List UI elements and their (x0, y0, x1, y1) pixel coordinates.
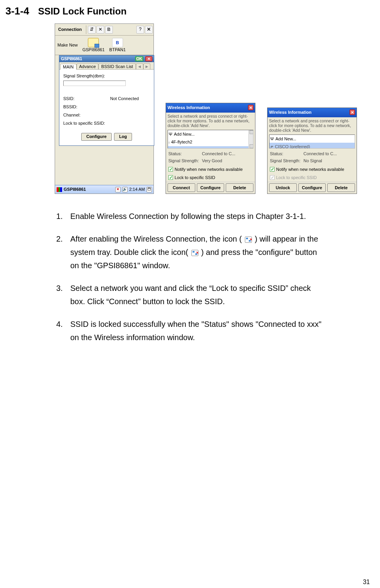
wi1-network-list[interactable]: ΨAdd New... ᵢ4F-flytech2 ዎCISCO (preferr… (168, 130, 253, 149)
wi1-item-fly[interactable]: 4F-flytech2 (171, 138, 192, 146)
connections-row: Make New GSPI86861 B BTPAN1 (55, 36, 153, 55)
wi1-notify-checkbox[interactable]: ✓Notify when new networks available (166, 165, 255, 174)
lockssid-key: Lock to specific SSID: (63, 121, 105, 126)
section-header: 3-1-4 SSID Lock Function (5, 2, 376, 20)
tab-main[interactable]: MAIN (60, 64, 77, 70)
popup-title: GSPI86861 (61, 56, 82, 61)
toolbar-title: Connection (56, 27, 84, 32)
wi1-sig-label: Signal Strength: (168, 157, 202, 165)
step-4-text: SSID is locked successfully when the "St… (70, 317, 328, 344)
wi1-connect-button[interactable]: Connect (168, 183, 195, 192)
wi1-configure-button[interactable]: Configure (197, 183, 225, 192)
popup-tabbar: MAIN Advance BSSID Scan List ◄ ► (59, 62, 154, 70)
wi1-hint: Select a network and press connect or ri… (166, 113, 255, 129)
wi2-add-new[interactable]: Add New... (275, 135, 296, 143)
wi2-delete-button[interactable]: Delete (327, 183, 355, 192)
wi1-item-cisco[interactable]: CISCO (preferred) (173, 147, 209, 149)
wi2-item-cisco[interactable]: CISCO (preferred) (275, 143, 310, 148)
taskbar: GSPI86861 ✕ 🔊 2:14 AM 🗔 (55, 185, 153, 194)
help-icon[interactable]: ? (136, 26, 144, 34)
step-2a: After enabling the Wireless Connection, … (70, 235, 242, 243)
wi1-close-icon[interactable]: ✕ (248, 105, 253, 110)
ok-button[interactable]: OK (135, 56, 143, 61)
wi2-title: Wireless Information (269, 109, 312, 116)
tab-bssid[interactable]: BSSID Scan List (98, 63, 136, 69)
wi1-add-new[interactable]: Add New... (174, 131, 194, 138)
screenshot-wireless-info-2: Wireless Information ✕ Select a network … (267, 108, 357, 194)
close-icon[interactable]: ✕ (145, 26, 153, 34)
note-icon[interactable]: 🗎 (105, 26, 113, 34)
wi2-unlock-button[interactable]: Unlock (269, 183, 297, 192)
tray-network-icon: × (191, 250, 198, 256)
wi2-notify-label: Notify when new networks available (276, 166, 344, 173)
screenshot-wireless-info-1: Wireless Information ✕ Select a network … (166, 103, 255, 194)
ssid-value: Not Connected (110, 96, 139, 101)
popup-close-button[interactable]: ✕ (145, 56, 152, 61)
wi2-close-icon[interactable]: ✕ (350, 109, 355, 115)
wi2-hint: Select a network and press connect or ri… (268, 117, 357, 134)
instruction-list: 1. Enable Wireless Connection by followi… (56, 210, 328, 344)
net-gspi-icon[interactable] (88, 38, 99, 47)
signal-icon: ዎ (270, 143, 273, 148)
wi2-lock-label: Lock to specific SSID (276, 174, 317, 181)
tab-advance[interactable]: Advance (77, 63, 99, 69)
configure-button[interactable]: Configure (81, 133, 112, 140)
step-2: 2. After enabling the Wireless Connectio… (56, 232, 328, 272)
net-btpan-label: BTPAN1 (109, 47, 126, 52)
step-3-number: 3. (56, 281, 70, 295)
wi1-notify-label: Notify when new networks available (175, 166, 243, 173)
make-new-label[interactable]: Make New (57, 43, 78, 48)
close-small-icon[interactable]: ✕ (96, 26, 104, 34)
wi1-lock-checkbox[interactable]: ✓Lock to specific SSID (166, 174, 255, 182)
step-1: 1. Enable Wireless Connection by followi… (56, 210, 328, 223)
antenna-icon: Ψ (270, 135, 274, 143)
wi1-title: Wireless Information (168, 104, 210, 111)
ssid-key: SSID: (63, 96, 110, 101)
tray-desktop-icon[interactable]: 🗔 (146, 187, 152, 192)
wi2-status-value: Connected to C... (303, 151, 337, 156)
step-2-number: 2. (56, 232, 70, 246)
step-1-number: 1. (56, 210, 70, 223)
step-1-text: Enable Wireless Connection by following … (70, 210, 328, 223)
wi2-configure-button[interactable]: Configure (298, 183, 326, 192)
section-number: 3-1-4 (5, 5, 29, 17)
signal-icon: ዎ (169, 147, 172, 149)
taskbar-app[interactable]: GSPI86861 (64, 187, 86, 192)
wi1-delete-button[interactable]: Delete (226, 183, 253, 192)
taskbar-time: 2:14 AM (129, 187, 145, 192)
net-btpan-icon[interactable]: B (112, 38, 123, 47)
step-4-number: 4. (56, 317, 70, 331)
wi2-notify-checkbox[interactable]: ✓Notify when new networks available (268, 165, 357, 174)
step-4: 4. SSID is locked successfully when the … (56, 317, 328, 344)
wi2-lock-checkbox: ✓Lock to specific SSID (268, 174, 357, 182)
tray-vol-icon[interactable]: 🔊 (122, 187, 128, 192)
signal-strength-bar (63, 81, 126, 86)
wi2-sig-label: Signal Strength: (270, 157, 303, 165)
connection-toolbar: Connection ⇵ ✕ 🗎 ? ✕ (55, 24, 153, 36)
wi1-scrollbar[interactable] (248, 130, 253, 148)
tab-scroll-left[interactable]: ◄ (136, 63, 143, 69)
wi1-status-label: Status: (168, 150, 202, 158)
antenna-icon: Ψ (169, 131, 172, 138)
start-flag-icon[interactable] (57, 187, 62, 192)
net-gspi-label: GSPI86861 (82, 47, 105, 52)
section-title: SSID Lock Function (38, 6, 127, 16)
screenshot-connection-window: Connection ⇵ ✕ 🗎 ? ✕ Make New GSPI86861 … (55, 23, 154, 194)
usb-icon[interactable]: ⇵ (88, 26, 96, 34)
tray-net-icon[interactable]: ✕ (115, 187, 121, 192)
gspi-popup: GSPI86861 OK ✕ MAIN Advance BSSID Scan L… (59, 55, 154, 145)
step-3-text: Select a network you want and click the … (70, 281, 328, 308)
channel-key: Channel: (63, 113, 110, 118)
log-button[interactable]: Log (114, 133, 132, 140)
wi2-status-label: Status: (270, 150, 303, 158)
step-3: 3. Select a network you want and click t… (56, 281, 328, 308)
wi2-network-list[interactable]: ΨAdd New... ዎCISCO (preferred) (269, 134, 355, 149)
tray-network-icon: × (245, 237, 252, 243)
page-number: 31 (363, 577, 370, 587)
signal-icon: ᵢ (169, 138, 169, 146)
wi1-status-value: Connected to C... (202, 151, 235, 156)
signal-strength-label: Signal Strength(dbm): (63, 74, 150, 79)
tab-scroll-right[interactable]: ► (143, 63, 151, 69)
wi1-lock-label: Lock to specific SSID (175, 174, 215, 181)
bssid-key: BSSID: (63, 104, 110, 109)
